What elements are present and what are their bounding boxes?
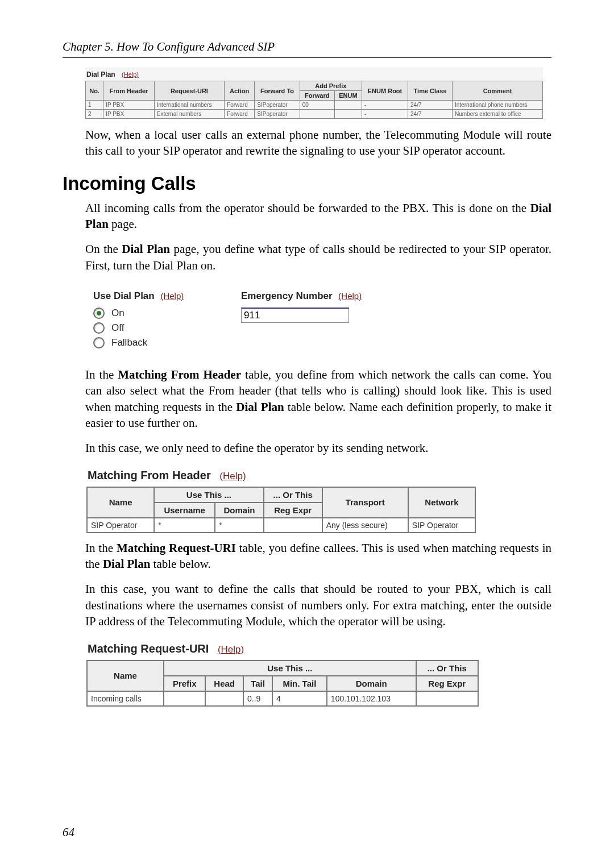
cell: Forward	[225, 110, 255, 119]
th-use-this: Use This ...	[154, 487, 264, 502]
mfh-table: Name Use This ... ... Or This Transport …	[86, 487, 476, 533]
th-or-this: ... Or This	[264, 487, 322, 502]
cell: 100.101.102.103	[327, 691, 416, 706]
text: Dial Plan	[236, 400, 284, 414]
radio-label: Fallback	[111, 337, 147, 348]
th-transport: Transport	[322, 487, 408, 518]
cell: *	[215, 518, 263, 533]
text: Dial Plan	[122, 242, 170, 256]
th-name: Name	[87, 487, 154, 518]
radio-label: On	[111, 308, 125, 319]
cell: SIP Operator	[408, 518, 475, 533]
th-add-prefix-enum: ENUM	[334, 91, 362, 101]
chapter-title: Chapter 5. How To Configure Advanced SIP	[63, 40, 551, 54]
paragraph: In this case, we only need to define the…	[85, 440, 551, 456]
dial-plan-figure: Dial Plan (Help) No. From Header Request…	[85, 67, 543, 119]
cell: -	[362, 110, 408, 119]
text: All incoming calls from the operator sho…	[85, 201, 530, 215]
table-row: 2 IP PBX External numbers Forward SIPope…	[86, 110, 543, 119]
cell: -	[362, 101, 408, 110]
dial-plan-title: Dial Plan	[86, 70, 115, 78]
radio-off[interactable]: Off	[93, 322, 241, 334]
th-username: Username	[154, 502, 215, 518]
cell: 2	[86, 110, 103, 119]
th-prefix: Prefix	[164, 676, 205, 691]
cell	[264, 518, 322, 533]
cell: Numbers external to office	[453, 110, 543, 119]
text: Matching Request-URI	[117, 541, 236, 555]
cell	[334, 101, 362, 110]
cell	[300, 110, 334, 119]
th-action: Action	[225, 81, 255, 101]
cell: International numbers	[154, 101, 224, 110]
cell: Forward	[225, 101, 255, 110]
th-time-class: Time Class	[408, 81, 453, 101]
cell: SIPoperator	[255, 110, 300, 119]
cell	[416, 691, 478, 706]
cell: SIPoperator	[255, 101, 300, 110]
th-use-this: Use This ...	[164, 661, 416, 676]
emergency-number-title: Emergency Number	[241, 290, 333, 301]
th-min-tail: Min. Tail	[272, 676, 327, 691]
cell: Incoming calls	[87, 691, 164, 706]
matching-request-uri-figure: Matching Request-URI (Help) Name Use Thi…	[85, 639, 480, 708]
radio-fallback[interactable]: Fallback	[93, 337, 241, 348]
cell: 1	[86, 101, 103, 110]
th-forward-to: Forward To	[255, 81, 300, 101]
table-row: 1 IP PBX International numbers Forward S…	[86, 101, 543, 110]
incoming-calls-heading: Incoming Calls	[63, 173, 551, 194]
table-row: Incoming calls 0..9 4 100.101.102.103	[87, 691, 478, 706]
cell	[164, 691, 205, 706]
mru-table: Name Use This ... ... Or This Prefix Hea…	[86, 660, 479, 707]
dial-plan-table: No. From Header Request-URI Action Forwa…	[85, 81, 543, 119]
text: On the	[85, 242, 122, 256]
page-number: 64	[63, 825, 74, 840]
cell: IP PBX	[103, 110, 155, 119]
cell: 4	[272, 691, 327, 706]
mru-help-link[interactable]: (Help)	[218, 644, 244, 655]
th-add-prefix-forward: Forward	[300, 91, 334, 101]
use-dial-plan-help-link[interactable]: (Help)	[160, 291, 184, 301]
th-enum-root: ENUM Root	[362, 81, 408, 101]
th-domain: Domain	[327, 676, 416, 691]
mfh-help-link[interactable]: (Help)	[219, 471, 246, 481]
cell: 24/7	[408, 101, 453, 110]
title-underline	[63, 57, 551, 58]
radio-icon	[93, 308, 105, 319]
cell: 0..9	[243, 691, 272, 706]
emergency-number-help-link[interactable]: (Help)	[338, 291, 362, 301]
cell	[205, 691, 243, 706]
th-or-this: ... Or This	[416, 661, 478, 676]
radio-icon	[93, 337, 105, 348]
th-request-uri: Request-URI	[154, 81, 224, 101]
paragraph: On the Dial Plan page, you define what t…	[85, 241, 551, 273]
th-network: Network	[408, 487, 475, 518]
paragraph: All incoming calls from the operator sho…	[85, 200, 551, 232]
paragraph: Now, when a local user calls an external…	[85, 127, 551, 159]
th-head: Head	[205, 676, 243, 691]
cell: SIP Operator	[87, 518, 154, 533]
cell	[334, 110, 362, 119]
dial-plan-help-link[interactable]: (Help)	[122, 71, 139, 78]
emergency-number-input[interactable]	[241, 308, 349, 323]
th-tail: Tail	[243, 676, 272, 691]
matching-from-header-figure: Matching From Header (Help) Name Use Thi…	[85, 466, 477, 534]
radio-icon	[93, 322, 105, 334]
cell: External numbers	[154, 110, 224, 119]
paragraph: In the Matching Request-URI table, you d…	[85, 540, 551, 572]
text: Matching From Header	[118, 368, 241, 381]
th-reg-expr: Reg Expr	[416, 676, 478, 691]
th-from-header: From Header	[103, 81, 155, 101]
text: page.	[109, 217, 137, 231]
text: table below.	[150, 557, 211, 571]
mfh-title: Matching From Header	[88, 469, 211, 481]
paragraph: In this case, you want to define the cal…	[85, 581, 551, 629]
cell: IP PBX	[103, 101, 155, 110]
th-no: No.	[86, 81, 103, 101]
text: In the	[85, 541, 117, 555]
th-reg-expr: Reg Expr	[264, 502, 322, 518]
th-comment: Comment	[453, 81, 543, 101]
radio-on[interactable]: On	[93, 308, 241, 319]
use-dial-plan-figure: Use Dial Plan (Help) On Off Fallback	[85, 283, 417, 361]
paragraph: In the Matching From Header table, you d…	[85, 367, 551, 431]
